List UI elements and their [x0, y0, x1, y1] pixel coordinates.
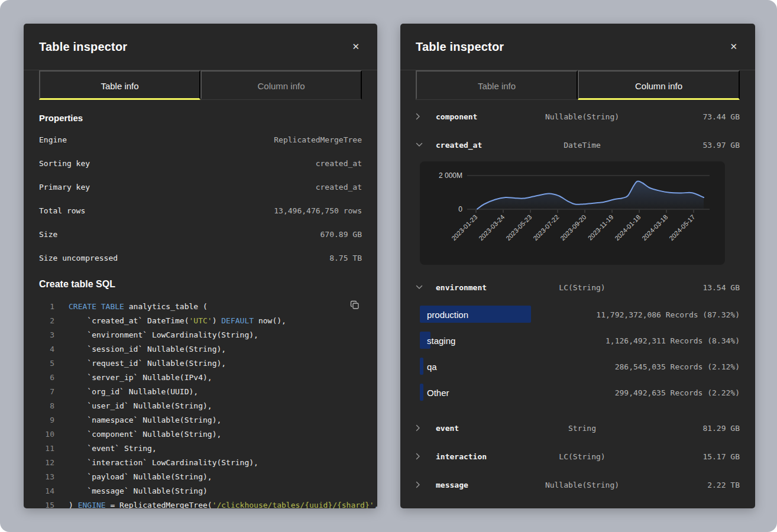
chevron-icon[interactable] — [416, 113, 436, 120]
sql-token: now(), — [254, 316, 286, 325]
line-number: 7 — [39, 387, 54, 396]
column-row[interactable]: interaction LC(String) 15.17 GB — [416, 442, 740, 471]
environment-distribution-bars: production 11,792,372,086 Records (87.32… — [416, 301, 740, 406]
column-row[interactable]: message Nullable(String) 2.22 TB — [416, 471, 740, 499]
chevron-icon[interactable] — [416, 453, 436, 460]
sql-token: `environment` LowCardinality(String), — [69, 330, 258, 339]
copy-icon[interactable] — [349, 299, 361, 313]
column-type: DateTime — [519, 141, 646, 150]
line-number: 4 — [39, 345, 54, 353]
sql-code-line: 2 `created_at` DateTime('UTC') DEFAULT n… — [39, 313, 362, 327]
chevron-icon[interactable] — [416, 285, 436, 290]
column-type: Nullable(String) — [519, 481, 646, 489]
chevron-icon[interactable] — [416, 142, 436, 147]
property-value: 13,496,476,750 rows — [274, 206, 362, 215]
table-inspector-dialog-table-info: Table inspector ✕ Table infoColumn info … — [24, 24, 377, 508]
svg-text:2023-01-23: 2023-01-23 — [450, 213, 478, 242]
sql-token: `server_ip` Nullable(IPv4), — [69, 373, 212, 382]
tab-bar: Table infoColumn info — [39, 70, 362, 100]
tab[interactable]: Column info — [200, 70, 362, 100]
line-number: 9 — [39, 416, 54, 424]
value-records: 286,545,035 Records (2.12%) — [615, 362, 740, 371]
column-type: LC(String) — [519, 283, 646, 292]
sql-code-text: `server_ip` Nullable(IPv4), — [69, 373, 212, 382]
properties-list: Engine ReplicatedMergeTree Sorting key c… — [39, 128, 362, 270]
sql-code-line: 10 `component` Nullable(String), — [39, 427, 362, 441]
tab-label: Column info — [257, 81, 305, 91]
property-value: 670.89 GB — [320, 230, 362, 239]
tab-label: Column info — [635, 81, 682, 91]
svg-text:2023-05-23: 2023-05-23 — [504, 213, 533, 242]
column-size: 13.54 GB — [646, 283, 740, 292]
column-type: String — [519, 424, 646, 433]
sql-code-line: 11 `event` String, — [39, 441, 362, 455]
property-row: Primary key created_at — [39, 175, 362, 199]
sql-code-text: `event` String, — [69, 444, 157, 453]
line-number: 10 — [39, 430, 54, 439]
value-records: 1,126,492,311 Records (8.34%) — [606, 336, 740, 345]
sql-token: analytics_table ( — [124, 302, 208, 311]
chevron-icon[interactable] — [416, 424, 436, 432]
line-number: 13 — [39, 472, 54, 481]
column-name: created_at — [436, 141, 519, 150]
sql-token: ENGINE — [78, 501, 106, 509]
column-name: message — [436, 481, 519, 489]
property-row: Size 670.89 GB — [39, 222, 362, 246]
column-row[interactable]: event String 81.29 GB — [416, 414, 740, 442]
column-row[interactable]: component Nullable(String) 73.44 GB — [416, 102, 740, 131]
column-size: 81.29 GB — [646, 424, 740, 433]
created-at-distribution-chart: 2 000M02023-01-232023-03-242023-05-23202… — [420, 161, 725, 265]
sql-code-lines: 1 CREATE TABLE analytics_table ( 2 `crea… — [39, 299, 362, 508]
sql-code-text: `environment` LowCardinality(String), — [69, 330, 258, 339]
value-label: production — [427, 310, 468, 320]
svg-text:2023-03-24: 2023-03-24 — [477, 213, 506, 242]
svg-text:2023-11-19: 2023-11-19 — [587, 213, 615, 242]
column-row[interactable]: created_at DateTime 53.97 GB — [416, 131, 740, 159]
chevron-icon[interactable] — [416, 481, 436, 488]
value-records: 299,492,635 Records (2.22%) — [615, 388, 740, 397]
dialog-title: Table inspector — [416, 40, 504, 54]
column-size: 15.17 GB — [646, 452, 740, 461]
sql-token: `message` Nullable(String) — [69, 486, 208, 495]
svg-text:2023-07-22: 2023-07-22 — [532, 213, 560, 242]
value-records: 11,792,372,086 Records (87.32%) — [596, 310, 740, 319]
sql-token: = ReplicatedMergeTree( — [106, 501, 212, 509]
column-size: 53.97 GB — [646, 141, 740, 150]
sql-token: ) — [69, 501, 78, 509]
screenshot-stage: Table inspector ✕ Table infoColumn info … — [0, 0, 777, 532]
line-number: 1 — [39, 302, 54, 311]
column-size: 73.44 GB — [646, 112, 740, 121]
close-icon[interactable]: ✕ — [349, 40, 362, 54]
close-icon[interactable]: ✕ — [727, 40, 740, 54]
tab[interactable]: Table info — [416, 70, 578, 100]
value-bar — [420, 358, 423, 375]
value-bar — [420, 384, 423, 401]
dialog-title: Table inspector — [39, 40, 127, 54]
dialog-header: Table inspector ✕ — [24, 24, 377, 70]
value-label: Other — [427, 388, 449, 398]
column-name: environment — [436, 283, 519, 292]
sql-token: `session_id` Nullable(String), — [69, 345, 226, 353]
column-row[interactable]: environment LC(String) 13.54 GB — [416, 273, 740, 301]
sql-code-line: 13 `payload` Nullable(String), — [39, 469, 362, 484]
tab[interactable]: Column info — [578, 70, 740, 100]
sql-code-line: 1 CREATE TABLE analytics_table ( — [39, 299, 362, 313]
line-number: 14 — [39, 486, 54, 495]
environment-value-row: production 11,792,372,086 Records (87.32… — [416, 301, 740, 327]
environment-value-row: Other 299,492,635 Records (2.22%) — [416, 379, 740, 406]
svg-text:0: 0 — [458, 205, 462, 213]
sql-token: `component` Nullable(String), — [69, 430, 221, 439]
property-row: Engine ReplicatedMergeTree — [39, 128, 362, 151]
line-number: 8 — [39, 401, 54, 410]
property-value: created_at — [316, 159, 362, 168]
column-name: event — [436, 424, 519, 433]
line-number: 2 — [39, 316, 54, 325]
column-list: component Nullable(String) 73.44 GB crea… — [400, 100, 755, 499]
sql-code-text: `created_at` DateTime('UTC') DEFAULT now… — [69, 316, 286, 325]
table-info-content: Properties Engine ReplicatedMergeTree So… — [24, 113, 377, 508]
sql-token: `namespace` Nullable(String), — [69, 416, 221, 424]
column-size: 2.22 TB — [646, 481, 740, 489]
sql-code-text: `message` Nullable(String) — [69, 486, 208, 495]
sql-code-line: 9 `namespace` Nullable(String), — [39, 413, 362, 427]
tab[interactable]: Table info — [39, 70, 200, 100]
